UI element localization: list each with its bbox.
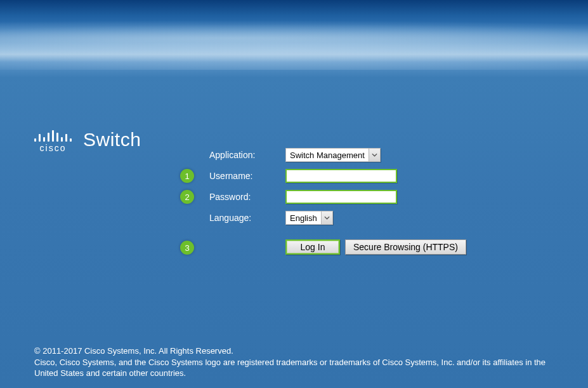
header: cisco Switch [34, 129, 141, 153]
application-label: Application: [209, 150, 285, 160]
trademark-line: Cisco, Cisco Systems, and the Cisco Syst… [34, 357, 554, 379]
cisco-wordmark: cisco [34, 143, 72, 153]
username-label: Username: [209, 171, 285, 181]
language-select[interactable]: English [285, 211, 333, 225]
footer: © 2011-2017 Cisco Systems, Inc. All Righ… [34, 345, 554, 379]
username-input[interactable] [285, 169, 397, 183]
page-title: Switch [83, 129, 141, 151]
step-badge-2: 2 [180, 190, 194, 204]
button-row: 3 Log In Secure Browsing (HTTPS) [285, 239, 466, 255]
password-row: 2 Password: [178, 189, 466, 204]
step-badge-1: 1 [180, 169, 194, 183]
application-select-value: Switch Management [290, 151, 369, 160]
step-badge-3: 3 [180, 241, 194, 255]
background-wave [0, 0, 588, 70]
login-form: Application: Switch Management 1 Usernam… [178, 147, 466, 255]
language-row: Language: English [178, 210, 466, 225]
password-input[interactable] [285, 190, 397, 204]
username-row: 1 Username: [178, 168, 466, 184]
copyright-line: © 2011-2017 Cisco Systems, Inc. All Righ… [34, 345, 554, 357]
language-select-value: English [290, 213, 321, 223]
password-label: Password: [209, 192, 285, 202]
cisco-logo: cisco [34, 129, 72, 153]
cisco-bars-icon [34, 129, 72, 142]
secure-browsing-button[interactable]: Secure Browsing (HTTPS) [345, 239, 466, 255]
application-select[interactable]: Switch Management [285, 148, 381, 162]
language-label: Language: [209, 213, 285, 223]
chevron-down-icon [369, 149, 380, 161]
chevron-down-icon [321, 211, 332, 224]
login-button[interactable]: Log In [285, 239, 340, 255]
application-row: Application: Switch Management [178, 147, 466, 163]
